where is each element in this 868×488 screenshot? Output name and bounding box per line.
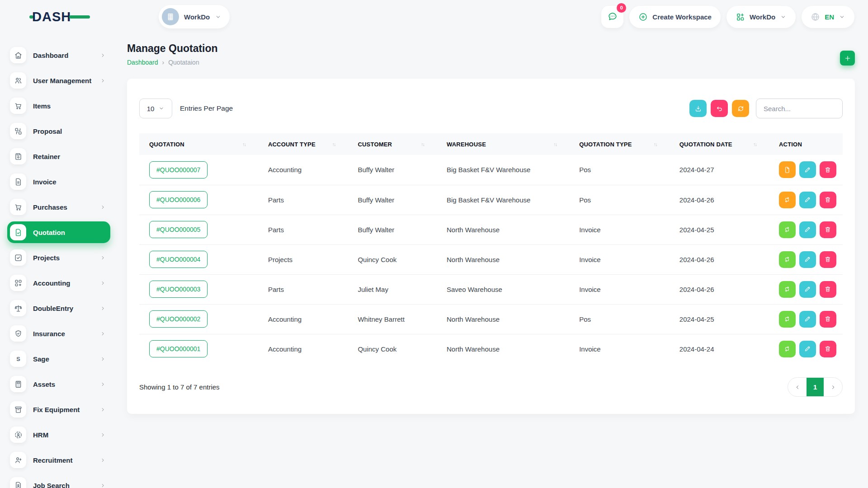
sort-icon[interactable]: ↑↓ xyxy=(421,141,430,147)
pencil-action-button[interactable] xyxy=(799,281,816,298)
sort-icon[interactable]: ↑↓ xyxy=(242,141,252,147)
export-download-button[interactable] xyxy=(689,100,707,117)
sidebar-item-items[interactable]: Items xyxy=(7,95,110,117)
repeat-action-button[interactable] xyxy=(779,221,796,238)
sidebar-item-projects[interactable]: Projects xyxy=(7,247,110,268)
pagination-next-button[interactable] xyxy=(824,378,842,396)
sidebar-item-hrm[interactable]: HRM xyxy=(7,424,110,446)
cart-icon xyxy=(10,199,26,215)
file-action-button[interactable] xyxy=(779,161,796,178)
quotation-number-badge[interactable]: #QUOO000006 xyxy=(149,191,208,208)
search-input[interactable] xyxy=(756,99,843,118)
sort-icon[interactable]: ↑↓ xyxy=(332,141,341,147)
trash-icon xyxy=(824,166,831,174)
quotation-number-badge[interactable]: #QUOO000004 xyxy=(149,251,208,268)
calculator-icon xyxy=(10,376,26,392)
chevron-right-icon xyxy=(100,204,106,210)
table-row: #QUOO000002AccountingWhitney BarrettNort… xyxy=(139,304,843,334)
quotation-number-badge[interactable]: #QUOO000007 xyxy=(149,161,208,178)
sidebar-item-fix-equipment[interactable]: Fix Equipment xyxy=(7,399,110,420)
sort-icon[interactable]: ↑↓ xyxy=(654,141,663,147)
pencil-action-button[interactable] xyxy=(799,161,816,178)
quotation-date-cell: 2024-04-25 xyxy=(670,215,769,244)
pencil-action-button[interactable] xyxy=(799,311,816,328)
trash-action-button[interactable] xyxy=(820,341,836,357)
sidebar-item-assets[interactable]: Assets xyxy=(7,373,110,395)
sidebar-item-purchases[interactable]: Purchases xyxy=(7,196,110,218)
quotation-number-badge[interactable]: #QUOO000001 xyxy=(149,340,208,357)
pencil-action-button[interactable] xyxy=(799,221,816,238)
trash-action-button[interactable] xyxy=(820,251,836,268)
sort-icon[interactable]: ↑↓ xyxy=(753,141,763,147)
sidebar-item-insurance[interactable]: Insurance xyxy=(7,323,110,344)
sidebar-item-proposal[interactable]: Proposal xyxy=(7,120,110,142)
language-selector[interactable]: EN xyxy=(802,6,854,28)
pencil-action-button[interactable] xyxy=(799,192,816,208)
sidebar-item-job-search[interactable]: Job Search xyxy=(7,474,110,488)
undo-button[interactable] xyxy=(711,100,728,117)
chevron-right-icon xyxy=(100,483,106,488)
messages-button[interactable]: 0 xyxy=(601,6,623,28)
repeat-action-button[interactable] xyxy=(779,281,796,298)
create-quotation-button[interactable] xyxy=(840,51,855,66)
account-type-cell: Parts xyxy=(258,274,348,304)
pencil-icon xyxy=(804,256,811,263)
sidebar-item-sage[interactable]: S Sage xyxy=(7,348,110,370)
archive-icon xyxy=(10,401,26,418)
sidebar-item-recruitment[interactable]: Recruitment xyxy=(7,449,110,471)
app-switcher-button[interactable]: WorkDo xyxy=(726,6,796,28)
warehouse-cell: Big Basket F&V Warehouse xyxy=(437,155,569,185)
quotation-number-badge[interactable]: #QUOO000002 xyxy=(149,310,208,328)
repeat-icon xyxy=(783,226,791,233)
sidebar-item-accounting[interactable]: Accounting xyxy=(7,272,110,294)
pagination-page-1-button[interactable]: 1 xyxy=(807,378,824,396)
column-header-customer[interactable]: CUSTOMER↑↓ xyxy=(348,133,437,155)
sort-icon[interactable]: ↑↓ xyxy=(553,141,563,147)
users-icon xyxy=(10,72,26,89)
pencil-action-button[interactable] xyxy=(799,251,816,268)
chevron-down-icon xyxy=(215,14,222,20)
breadcrumb-dashboard-link[interactable]: Dashboard xyxy=(127,59,158,66)
table-row: #QUOO000004ProjectsQuincy CookNorth Ware… xyxy=(139,244,843,274)
chevron-down-icon xyxy=(158,105,165,112)
repeat-icon xyxy=(783,345,791,352)
repeat-action-button[interactable] xyxy=(779,311,796,328)
pagination-prev-button[interactable] xyxy=(788,378,807,396)
pencil-action-button[interactable] xyxy=(799,341,816,357)
quotation-number-badge[interactable]: #QUOO000005 xyxy=(149,221,208,238)
column-header-quotation-type[interactable]: QUOTATION TYPE↑↓ xyxy=(569,133,670,155)
trash-action-button[interactable] xyxy=(820,281,836,298)
account-type-cell: Accounting xyxy=(258,334,348,364)
trash-action-button[interactable] xyxy=(820,311,836,328)
repeat-action-button[interactable] xyxy=(779,341,796,357)
repeat-action-button[interactable] xyxy=(779,192,796,208)
quotation-date-cell: 2024-04-24 xyxy=(670,334,769,364)
sidebar: Dashboard User Management Items Proposal… xyxy=(0,33,116,488)
topbar: DASH WorkDo 0 Create Workspace WorkDo EN xyxy=(0,0,868,33)
create-workspace-button[interactable]: Create Workspace xyxy=(629,6,721,28)
sidebar-item-user-management[interactable]: User Management xyxy=(7,70,110,91)
quotation-date-cell: 2024-04-26 xyxy=(670,244,769,274)
quotation-type-cell: Invoice xyxy=(569,215,670,244)
sidebar-item-quotation[interactable]: Quotation xyxy=(7,221,110,243)
refresh-button[interactable] xyxy=(732,100,749,117)
workspace-switcher[interactable]: WorkDo xyxy=(159,5,230,28)
column-header-account-type[interactable]: ACCOUNT TYPE↑↓ xyxy=(258,133,348,155)
sidebar-item-label: HRM xyxy=(33,431,93,439)
trash-action-button[interactable] xyxy=(820,161,836,178)
trash-action-button[interactable] xyxy=(820,192,836,208)
column-header-warehouse[interactable]: WAREHOUSE↑↓ xyxy=(437,133,569,155)
table-row: #QUOO000001AccountingQuincy CookNorth Wa… xyxy=(139,334,843,364)
repeat-action-button[interactable] xyxy=(779,251,796,268)
sidebar-item-dashboard[interactable]: Dashboard xyxy=(7,44,110,66)
column-header-quotation-date[interactable]: QUOTATION DATE↑↓ xyxy=(670,133,769,155)
quotation-date-cell: 2024-04-27 xyxy=(670,155,769,185)
building-icon xyxy=(166,12,175,21)
column-header-quotation[interactable]: QUOTATION↑↓ xyxy=(139,133,258,155)
sidebar-item-invoice[interactable]: Invoice xyxy=(7,171,110,192)
quotation-number-badge[interactable]: #QUOO000003 xyxy=(149,281,208,298)
trash-action-button[interactable] xyxy=(820,221,836,238)
sidebar-item-doubleentry[interactable]: DoubleEntry xyxy=(7,297,110,319)
entries-per-page-select[interactable]: 10 xyxy=(139,99,172,118)
sidebar-item-retainer[interactable]: Retainer xyxy=(7,145,110,167)
